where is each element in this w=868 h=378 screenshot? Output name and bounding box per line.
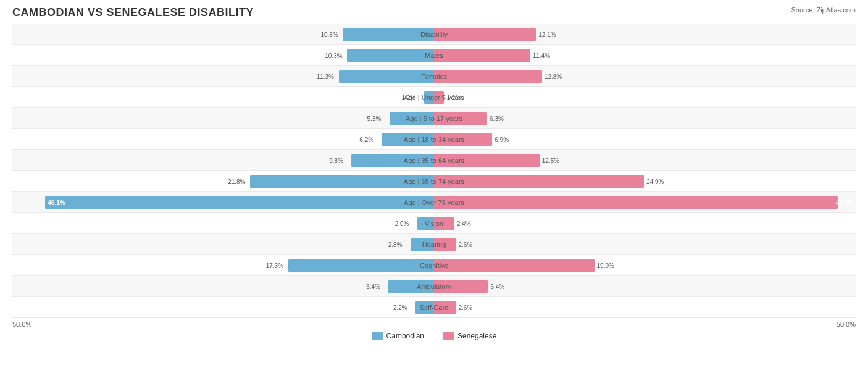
axis-right: 50.0% bbox=[837, 321, 856, 328]
val-right: 12.1% bbox=[538, 31, 556, 38]
val-left: 6.2% bbox=[359, 136, 373, 143]
val-right: 12.5% bbox=[542, 157, 559, 164]
legend-label-senegalese: Senegalese bbox=[457, 332, 496, 340]
bar-right bbox=[434, 196, 838, 209]
chart-area: Disability10.8%12.1%Males10.3%11.4%Femal… bbox=[12, 24, 856, 318]
bar-row: Ambulatory5.4%6.4% bbox=[12, 276, 856, 297]
bar-row: Cognitive17.3%19.0% bbox=[12, 255, 856, 276]
bar-row: Females11.3%12.8% bbox=[12, 66, 856, 87]
bar-right bbox=[434, 259, 595, 272]
bar-left bbox=[347, 49, 434, 62]
val-right: 19.0% bbox=[597, 262, 614, 269]
val-left: 5.4% bbox=[366, 283, 380, 290]
row-label: Cognitive bbox=[420, 262, 448, 269]
row-label: Age | Over 75 years bbox=[404, 199, 464, 206]
legend-label-cambodian: Cambodian bbox=[386, 332, 424, 340]
val-left: 11.3% bbox=[317, 73, 334, 80]
bar-row: Age | 5 to 17 years5.3%6.3% bbox=[12, 108, 856, 129]
val-right: 6.9% bbox=[495, 136, 509, 143]
row-label: Males bbox=[425, 52, 443, 59]
val-right: 2.6% bbox=[459, 241, 473, 248]
axis-row: 50.0% 50.0% bbox=[12, 321, 856, 328]
legend-cambodian: Cambodian bbox=[372, 332, 424, 340]
row-label: Age | 5 to 17 years bbox=[406, 115, 462, 122]
chart-container: CAMBODIAN VS SENEGALESE DISABILITY Sourc… bbox=[0, 0, 868, 378]
bar-row: Vision2.0%2.4% bbox=[12, 213, 856, 234]
val-right: 2.6% bbox=[459, 304, 473, 311]
bar-left bbox=[45, 196, 434, 209]
bar-row: Age | Over 75 years46.1%47.9% bbox=[12, 192, 856, 213]
title-row: CAMBODIAN VS SENEGALESE DISABILITY Sourc… bbox=[12, 6, 856, 19]
row-label: Females bbox=[421, 73, 447, 80]
val-left: 10.8% bbox=[320, 31, 338, 38]
source-text: Source: ZipAtlas.com bbox=[791, 6, 856, 14]
bar-row: Males10.3%11.4% bbox=[12, 45, 856, 66]
val-left: 46.1% bbox=[48, 199, 65, 206]
row-label: Vision bbox=[425, 220, 443, 227]
bar-left bbox=[288, 259, 434, 272]
val-right: 6.3% bbox=[490, 115, 504, 122]
bar-left bbox=[339, 70, 434, 83]
val-right: 6.4% bbox=[490, 283, 504, 290]
bar-right bbox=[434, 28, 536, 41]
val-left: 2.8% bbox=[388, 241, 403, 248]
val-right: 47.9% bbox=[836, 199, 853, 206]
val-left: 17.3% bbox=[266, 262, 283, 269]
bar-row: Disability10.8%12.1% bbox=[12, 24, 856, 45]
legend-color-cambodian bbox=[372, 332, 383, 340]
val-right: 12.8% bbox=[545, 73, 562, 80]
row-label: Age | 18 to 34 years bbox=[404, 136, 464, 143]
row-label: Age | Under 5 years bbox=[404, 94, 464, 101]
row-label: Age | 35 to 64 years bbox=[404, 157, 464, 164]
axis-left: 50.0% bbox=[12, 321, 31, 328]
bar-row: Age | 18 to 34 years6.2%6.9% bbox=[12, 129, 856, 150]
val-left: 2.0% bbox=[395, 220, 409, 227]
val-left: 2.2% bbox=[393, 304, 407, 311]
row-label: Age | 65 to 74 years bbox=[404, 178, 464, 185]
val-right: 2.4% bbox=[457, 220, 471, 227]
bar-row: Age | 35 to 64 years9.8%12.5% bbox=[12, 150, 856, 171]
row-label: Ambulatory bbox=[417, 283, 451, 290]
bar-row: Age | 65 to 74 years21.8%24.9% bbox=[12, 171, 856, 192]
bar-row: Self-Care2.2%2.6% bbox=[12, 297, 856, 318]
legend-color-senegalese bbox=[443, 332, 454, 340]
val-right: 11.4% bbox=[533, 52, 550, 59]
val-left: 10.3% bbox=[325, 52, 342, 59]
bar-right bbox=[434, 70, 542, 83]
bar-row: Hearing2.8%2.6% bbox=[12, 234, 856, 255]
bar-row: Age | Under 5 years1.2%1.2% bbox=[12, 87, 856, 108]
bar-right bbox=[434, 175, 644, 188]
legend-senegalese: Senegalese bbox=[443, 332, 496, 340]
row-label: Disability bbox=[420, 31, 448, 38]
row-label: Self-Care bbox=[420, 304, 448, 311]
val-left: 5.3% bbox=[367, 115, 382, 122]
val-left: 9.8% bbox=[329, 157, 343, 164]
legend: Cambodian Senegalese bbox=[12, 332, 856, 340]
chart-title: CAMBODIAN VS SENEGALESE DISABILITY bbox=[12, 6, 254, 19]
bar-right bbox=[434, 49, 530, 62]
val-left: 21.8% bbox=[228, 178, 245, 185]
val-right: 24.9% bbox=[646, 178, 664, 185]
row-label: Hearing bbox=[422, 241, 446, 248]
